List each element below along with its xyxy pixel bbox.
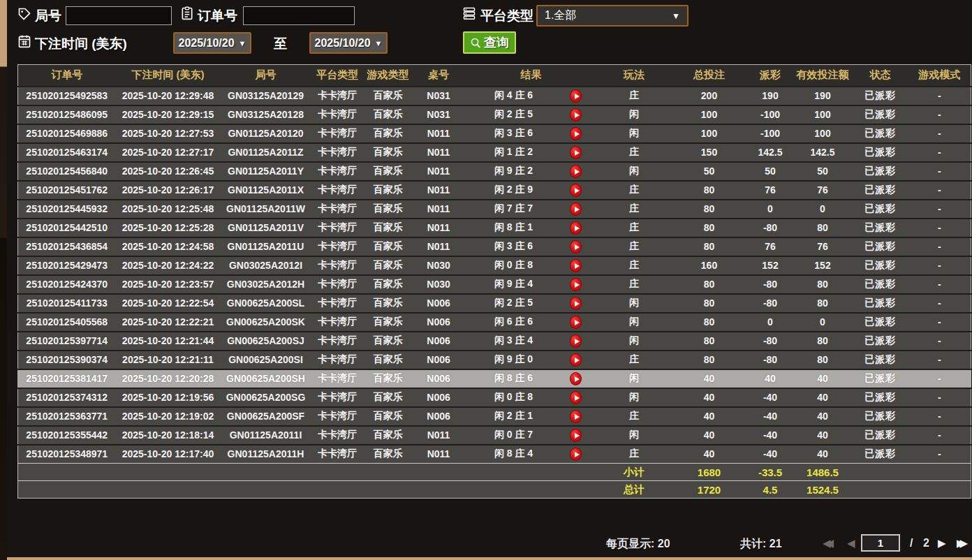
cell-valid-bet: 142.5 [793, 143, 853, 162]
result-text: 闲 3 庄 6 [482, 240, 546, 253]
table-row[interactable]: 2510201254459322025-10-20 12:25:48GN0112… [18, 200, 971, 219]
play-icon[interactable] [570, 316, 582, 329]
table-row[interactable]: 2510201253554422025-10-20 12:18:14GN0112… [18, 426, 971, 445]
next-page-icon[interactable]: ▶ [938, 537, 946, 550]
play-icon[interactable] [570, 108, 582, 121]
play-icon[interactable] [570, 372, 582, 385]
cell-order: 251020125486095 [18, 105, 116, 124]
table-row[interactable]: 2510201254243702025-10-20 12:23:57GN0302… [18, 275, 971, 294]
cell-game-no: GN00625A200SG [221, 388, 311, 407]
date-to-picker[interactable]: 2025/10/20 ▼ [309, 32, 388, 54]
play-icon[interactable] [570, 334, 582, 348]
play-icon[interactable] [570, 278, 582, 291]
play-icon[interactable] [570, 221, 582, 235]
result-text: 闲 9 庄 0 [482, 353, 546, 366]
page-size-text: 每页显示: 20 [606, 537, 670, 552]
table-row[interactable]: 2510201253489712025-10-20 12:17:40GN0112… [18, 445, 971, 464]
cell-bet: 庄 [598, 445, 671, 464]
play-icon[interactable] [570, 184, 582, 197]
table-row[interactable]: 2510201254860952025-10-20 12:29:15GN0312… [18, 105, 971, 124]
cell-game-no: GN00625A200SF [221, 407, 311, 426]
cell-game-no: GN01125A20120 [221, 124, 311, 143]
play-icon[interactable] [570, 429, 582, 442]
date-from-picker[interactable]: 2025/10/20 ▼ [173, 32, 251, 54]
table-row[interactable]: 2510201254425102025-10-20 12:25:28GN0112… [18, 219, 971, 237]
play-icon[interactable] [570, 448, 582, 461]
cell-order: 251020125436854 [18, 237, 116, 256]
cell-status: 已派彩 [853, 237, 908, 256]
play-icon[interactable] [570, 89, 582, 103]
play-icon[interactable] [570, 146, 582, 159]
subtotal-valid-bet: 1486.5 [793, 464, 853, 481]
cell-total-bet: 40 [671, 369, 748, 388]
table-row[interactable]: 2510201254698862025-10-20 12:27:53GN0112… [18, 124, 971, 143]
table-row[interactable]: 2510201253814172025-10-20 12:20:28GN0062… [18, 369, 971, 388]
last-page-icon[interactable]: ▶▶ [957, 537, 968, 550]
table-row[interactable]: 2510201254294732025-10-20 12:24:22GN0302… [18, 256, 971, 275]
cell-valid-bet: 0 [793, 313, 853, 332]
cell-mode: - [908, 181, 971, 200]
play-icon[interactable] [570, 165, 582, 178]
query-button[interactable]: 查询 [463, 31, 516, 54]
result-text: 闲 0 庄 8 [482, 391, 546, 404]
first-page-icon[interactable]: ◀◀ [823, 537, 834, 550]
table-row[interactable]: 2510201254117332025-10-20 12:22:54GN0062… [18, 294, 971, 313]
table-row[interactable]: 2510201253743122025-10-20 12:19:56GN0062… [18, 388, 971, 407]
play-icon[interactable] [570, 410, 582, 423]
cell-status: 已派彩 [853, 275, 908, 294]
cell-status: 已派彩 [853, 294, 908, 313]
cell-table-no: N031 [413, 87, 465, 105]
cell-time: 2025-10-20 12:27:53 [116, 124, 221, 143]
cell-status: 已派彩 [853, 351, 908, 369]
cell-total-bet: 40 [671, 407, 748, 426]
cell-status: 已派彩 [853, 143, 908, 162]
cell-time: 2025-10-20 12:23:57 [116, 275, 221, 294]
cell-game-no: GN03125A20129 [221, 87, 311, 105]
cell-table-no: N011 [413, 162, 465, 181]
cell-game-no: GN01125A2011U [221, 237, 311, 256]
play-icon[interactable] [570, 202, 582, 216]
cell-order: 251020125381417 [18, 369, 116, 388]
cell-mode: - [908, 332, 971, 351]
cell-bet: 庄 [598, 237, 671, 256]
cell-payout: -40 [748, 388, 793, 407]
cell-order: 251020125451762 [18, 181, 116, 200]
cell-bet: 闲 [598, 162, 671, 181]
total-count-text: 共计: 21 [740, 537, 782, 552]
result-text: 闲 2 庄 1 [482, 410, 546, 422]
table-row[interactable]: 2510201254368542025-10-20 12:24:58GN0112… [18, 237, 971, 256]
table-row[interactable]: 2510201254925832025-10-20 12:29:48GN0312… [18, 87, 971, 105]
order-no-input[interactable] [243, 6, 355, 25]
date-to-value: 2025/10/20 [315, 37, 371, 50]
prev-page-icon[interactable]: ◀ [847, 537, 855, 550]
cell-total-bet: 80 [671, 313, 748, 332]
clipboard-icon [180, 6, 194, 21]
play-icon[interactable] [570, 353, 582, 367]
cell-game-type: 百家乐 [364, 407, 413, 426]
cell-result: 闲 8 庄 1 [465, 219, 598, 237]
cell-mode: - [908, 313, 971, 332]
cell-game-type: 百家乐 [364, 294, 413, 313]
table-row[interactable]: 2510201254517622025-10-20 12:26:17GN0112… [18, 181, 971, 200]
cell-platform: 卡卡湾厅 [311, 237, 364, 256]
play-icon[interactable] [570, 259, 582, 272]
table-row[interactable]: 2510201254631742025-10-20 12:27:17GN0112… [18, 143, 971, 162]
cell-bet: 庄 [598, 219, 671, 237]
table-row[interactable]: 2510201254055682025-10-20 12:22:21GN0062… [18, 313, 971, 332]
game-no-input[interactable] [66, 6, 172, 25]
play-icon[interactable] [570, 391, 582, 404]
play-icon[interactable] [570, 240, 582, 253]
table-row[interactable]: 2510201253637712025-10-20 12:19:02GN0062… [18, 407, 971, 426]
table-row[interactable]: 2510201254568402025-10-20 12:26:45GN0112… [18, 162, 971, 181]
cell-order: 251020125411733 [18, 294, 116, 313]
table-row[interactable]: 2510201253903742025-10-20 12:21:11GN0062… [18, 351, 971, 369]
cell-time: 2025-10-20 12:25:48 [116, 200, 221, 219]
current-page-input[interactable] [861, 534, 900, 552]
cell-result: 闲 0 庄 8 [465, 388, 598, 407]
cell-time: 2025-10-20 12:19:56 [116, 388, 221, 407]
cell-result: 闲 3 庄 6 [465, 237, 598, 256]
platform-type-select[interactable]: 1.全部 ▼ [536, 5, 688, 27]
play-icon[interactable] [570, 127, 582, 140]
play-icon[interactable] [570, 297, 582, 310]
table-row[interactable]: 2510201253977142025-10-20 12:21:44GN0062… [18, 332, 971, 351]
